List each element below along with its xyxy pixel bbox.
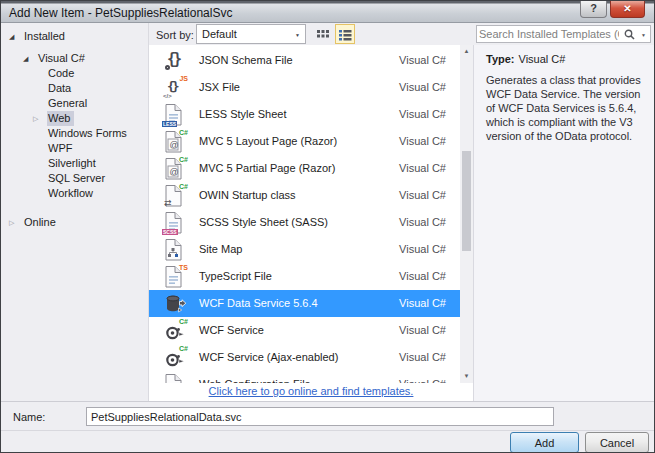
close-button[interactable]: ✕ — [610, 1, 645, 18]
tree-item-label: Web — [47, 111, 74, 126]
tree-item-general[interactable]: General — [1, 96, 148, 111]
sitemap-icon — [163, 238, 187, 262]
owin-icon: ⇄C# — [163, 184, 187, 208]
template-name: MVC 5 Partial Page (Razor) — [199, 162, 335, 174]
template-name: JSX File — [199, 81, 240, 93]
template-wcf-service-ajax-enabled[interactable]: C#WCF Service (Ajax-enabled)Visual C# — [149, 344, 460, 371]
ts-icon: TS — [163, 265, 187, 289]
template-name: Site Map — [199, 243, 242, 255]
scroll-up-icon[interactable]: ▲ — [460, 45, 473, 58]
small-icons-view-button[interactable] — [313, 24, 333, 44]
template-language: Visual C# — [399, 216, 446, 228]
wcf-icon: C# — [163, 319, 187, 343]
json-icon: {} — [163, 49, 187, 73]
tree-item-windows-forms[interactable]: Windows Forms — [1, 126, 148, 141]
expand-icon: ▷ — [9, 215, 23, 230]
template-description: Generates a class that provides WCF Data… — [486, 73, 646, 143]
tree-item-label: WPF — [47, 141, 76, 156]
expand-icon: ▷ — [33, 111, 47, 126]
template-mvc-5-layout-page-razor[interactable]: @C#MVC 5 Layout Page (Razor)Visual C# — [149, 128, 460, 155]
template-site-map[interactable]: Site MapVisual C# — [149, 236, 460, 263]
tree-item-sql-server[interactable]: SQL Server — [1, 171, 148, 186]
scrollbar-thumb[interactable] — [462, 151, 471, 251]
tree-item-silverlight[interactable]: Silverlight — [1, 156, 148, 171]
template-wcf-service[interactable]: C#WCF ServiceVisual C# — [149, 317, 460, 344]
template-scss-style-sheet-sass[interactable]: SCSSSCSS Style Sheet (SASS)Visual C# — [149, 209, 460, 236]
footer: Name: Add Cancel — [1, 401, 654, 452]
close-icon: ✕ — [623, 3, 631, 14]
wcfdata-icon — [163, 292, 187, 316]
tree-item-code[interactable]: Code — [1, 66, 148, 81]
template-less-style-sheet[interactable]: LESSLESS Style SheetVisual C# — [149, 101, 460, 128]
tree-item-web[interactable]: ▷Web — [1, 111, 148, 126]
sort-by-dropdown[interactable]: Default ▼ — [196, 24, 306, 44]
template-language: Visual C# — [399, 351, 446, 363]
name-label: Name: — [13, 411, 45, 423]
template-wcf-data-service-5-6-4[interactable]: WCF Data Service 5.6.4Visual C# — [149, 290, 460, 317]
collapse-icon: ◢ — [9, 29, 23, 44]
description-pane: Type:Visual C# Generates a class that pr… — [473, 45, 655, 401]
template-name: WCF Data Service 5.6.4 — [199, 297, 318, 309]
online-templates-link[interactable]: Click here to go online and find templat… — [209, 385, 414, 397]
titlebar[interactable]: Add New Item - PetSuppliesRelationalSvc … — [1, 1, 654, 23]
list-view-button[interactable] — [335, 24, 355, 44]
tree-item-label: Data — [47, 81, 75, 96]
template-language: Visual C# — [399, 324, 446, 336]
search-box: ▼ — [476, 25, 651, 43]
name-input[interactable] — [86, 407, 554, 426]
tree-item-online[interactable]: ▷Online — [1, 215, 148, 230]
window-title: Add New Item - PetSuppliesRelationalSvc — [9, 6, 232, 20]
template-language: Visual C# — [399, 108, 446, 120]
template-list-pane: {}JSON Schema FileVisual C#{}JS</>JSX Fi… — [149, 45, 473, 401]
tree-item-label: Workflow — [47, 186, 97, 201]
tree-item-label: General — [47, 96, 91, 111]
tree-item-label: Silverlight — [47, 156, 100, 171]
list-view-icon — [339, 29, 352, 41]
template-name: TypeScript File — [199, 270, 272, 282]
sort-by-label: Sort by: — [156, 29, 194, 41]
cancel-button[interactable]: Cancel — [585, 432, 649, 453]
template-language: Visual C# — [399, 162, 446, 174]
tree-item-workflow[interactable]: Workflow — [1, 186, 148, 201]
template-name: OWIN Startup class — [199, 189, 296, 201]
toolbar: Sort by: Default ▼ ▼ — [149, 23, 654, 45]
razor-icon: @C# — [163, 130, 187, 154]
search-input[interactable] — [479, 27, 619, 41]
template-mvc-5-partial-page-razor[interactable]: @C#MVC 5 Partial Page (Razor)Visual C# — [149, 155, 460, 182]
help-button[interactable]: ? — [580, 1, 607, 18]
tree-item-visual-c[interactable]: ◢Visual C# — [1, 51, 148, 66]
tree-item-data[interactable]: Data — [1, 81, 148, 96]
category-tree: ◢Installed◢Visual C#CodeDataGeneral▷WebW… — [1, 23, 149, 401]
sort-by-value: Default — [202, 28, 237, 40]
webconfig-icon — [163, 373, 187, 383]
template-language: Visual C# — [399, 54, 446, 66]
template-web-configuration-file[interactable]: Web Configuration FileVisual C# — [149, 371, 460, 383]
template-language: Visual C# — [399, 189, 446, 201]
template-json-schema-file[interactable]: {}JSON Schema FileVisual C# — [149, 47, 460, 74]
scrollbar[interactable]: ▲ ▼ — [460, 45, 473, 383]
template-language: Visual C# — [399, 270, 446, 282]
scroll-down-icon[interactable]: ▼ — [460, 370, 473, 383]
add-button[interactable]: Add — [510, 432, 579, 453]
search-icon[interactable] — [624, 29, 635, 40]
razor-icon: @C# — [163, 157, 187, 181]
search-options-caret-icon[interactable]: ▼ — [641, 32, 646, 38]
template-typescript-file[interactable]: TSTypeScript FileVisual C# — [149, 263, 460, 290]
wcf-icon: C# — [163, 346, 187, 370]
template-jsx-file[interactable]: {}JS</>JSX FileVisual C# — [149, 74, 460, 101]
svg-text:@: @ — [170, 167, 179, 177]
template-name: WCF Service (Ajax-enabled) — [199, 351, 338, 363]
tree-item-installed[interactable]: ◢Installed — [1, 29, 148, 44]
template-name: MVC 5 Layout Page (Razor) — [199, 135, 337, 147]
template-owin-startup-class[interactable]: ⇄C#OWIN Startup classVisual C# — [149, 182, 460, 209]
template-language: Visual C# — [399, 81, 446, 93]
footer-divider — [1, 430, 654, 431]
help-icon: ? — [590, 2, 597, 14]
template-language: Visual C# — [399, 135, 446, 147]
template-name: LESS Style Sheet — [199, 108, 286, 120]
grid-view-icon — [317, 29, 329, 41]
template-name: JSON Schema File — [199, 54, 293, 66]
type-line: Type:Visual C# — [486, 53, 646, 65]
tree-item-wpf[interactable]: WPF — [1, 141, 148, 156]
jsx-icon: {}JS</> — [163, 76, 187, 100]
